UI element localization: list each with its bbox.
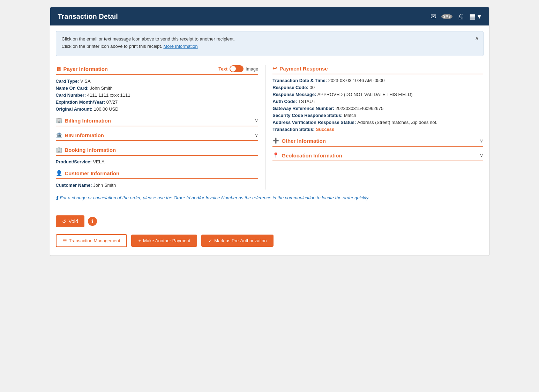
payment-response-fields: Transaction Date & Time: 2023-03-03 10:4… (272, 78, 483, 132)
geolocation-toggle[interactable]: ∨ (480, 153, 483, 158)
info-line2: Click on the printer icon above to print… (62, 44, 478, 49)
content-area: 🖥 Payer Information Text Image Card Type… (50, 62, 489, 208)
payer-icon: 🖥 (56, 66, 61, 72)
field-customer-name: Customer Name: John Smith (56, 183, 259, 188)
transaction-management-button[interactable]: ☰ Transaction Management (56, 234, 127, 247)
email-icon[interactable]: ✉ (431, 12, 436, 21)
bin-toggle[interactable]: ∨ (255, 132, 258, 138)
transaction-mgmt-icon: ☰ (63, 238, 67, 243)
field-transaction-datetime: Transaction Date & Time: 2023-03-03 10:4… (272, 78, 483, 83)
actions-area: ↺ Void ℹ ☰ Transaction Management + Make… (50, 215, 489, 247)
make-another-payment-button[interactable]: + Make Another Payment (131, 235, 197, 247)
field-original-amount: Original Amount: 100.00 USD (56, 106, 259, 112)
payment-response-section-header: ↩ Payment Response (272, 65, 483, 74)
field-avs-status: Address Verification Response Status: Ad… (272, 120, 483, 125)
field-gateway-reference: Gateway Reference Number: 20230303154609… (272, 106, 483, 111)
field-name-on-card: Name On Card: John Smith (56, 86, 259, 91)
field-response-code: Response Code: 00 (272, 85, 483, 90)
bin-icon: 🏦 (56, 132, 62, 138)
info-bar: Click on the email or text message icon … (56, 31, 484, 56)
page-header: Transaction Detail ✉ SMS 🖨 ▦ ▾ (50, 7, 489, 25)
field-product-service: Product/Service: VELA (56, 159, 259, 164)
info-note: ℹ For a change or cancelation of the ord… (56, 195, 484, 201)
geolocation-section-header: 📍 Geolocation Information ∨ (272, 152, 483, 161)
main-container: Transaction Detail ✉ SMS 🖨 ▦ ▾ Click on … (50, 7, 489, 256)
payer-fields: Card Type: VISA Name On Card: John Smith… (56, 79, 259, 112)
booking-section-title: 🏢 Booking Information (56, 147, 116, 153)
billing-section-header: 🏢 Billing Information ∨ (56, 117, 259, 126)
grid-icon[interactable]: ▦ ▾ (469, 12, 481, 21)
bottom-buttons-row: ☰ Transaction Management + Make Another … (56, 234, 484, 247)
info-line1: Click on the email or text message icon … (62, 36, 478, 42)
payment-response-section-title: ↩ Payment Response (272, 65, 328, 72)
booking-section-header: 🏢 Booking Information (56, 147, 259, 156)
mark-pre-auth-icon: ✓ (208, 238, 212, 243)
printer-icon[interactable]: 🖨 (457, 13, 464, 21)
void-button[interactable]: ↺ Void (56, 215, 84, 227)
other-info-toggle[interactable]: ∨ (480, 138, 483, 143)
customer-section-header: 👤 Customer Information (56, 170, 259, 179)
customer-section-title: 👤 Customer Information (56, 170, 120, 176)
more-info-link[interactable]: More Information (163, 44, 197, 49)
geolocation-section-title: 📍 Geolocation Information (272, 152, 342, 158)
right-column: ↩ Payment Response Transaction Date & Ti… (265, 65, 483, 190)
void-row: ↺ Void ℹ (56, 215, 484, 227)
make-payment-icon: + (138, 238, 141, 243)
billing-icon: 🏢 (56, 117, 62, 124)
bin-section-header: 🏦 BIN Information ∨ (56, 132, 259, 141)
other-info-section-title: ➕ Other Information (272, 138, 326, 144)
field-response-message: Response Message: APPROVED (DO NOT VALID… (272, 92, 483, 97)
toggle-switch-area: Text Image (218, 65, 258, 72)
page-title: Transaction Detail (58, 13, 118, 21)
customer-icon: 👤 (56, 170, 62, 176)
payer-section-title: 🖥 Payer Information (56, 66, 108, 72)
booking-icon: 🏢 (56, 147, 62, 153)
field-auth-code: Auth Code: TSTAUT (272, 99, 483, 104)
billing-toggle[interactable]: ∨ (255, 118, 258, 123)
payer-section-header: 🖥 Payer Information Text Image (56, 65, 259, 75)
void-icon: ↺ (62, 219, 66, 224)
billing-section-title: 🏢 Billing Information (56, 117, 111, 124)
bin-section-title: 🏦 BIN Information (56, 132, 104, 138)
left-column: 🖥 Payer Information Text Image Card Type… (56, 65, 265, 190)
field-card-type: Card Type: VISA (56, 79, 259, 84)
toggle-image-label: Image (246, 66, 258, 72)
payment-response-icon: ↩ (272, 65, 277, 72)
field-transaction-status: Transaction Status: Success (272, 127, 483, 132)
collapse-info-button[interactable]: ∧ (475, 35, 479, 42)
toggle-knob (230, 66, 236, 72)
info-note-icon: ℹ (56, 195, 58, 201)
header-icons: ✉ SMS 🖨 ▦ ▾ (431, 12, 481, 21)
mark-pre-auth-button[interactable]: ✓ Mark as Pre-Authorization (201, 235, 274, 247)
sms-icon[interactable]: SMS (441, 14, 452, 19)
void-info-button[interactable]: ℹ (88, 217, 97, 226)
toggle-text-label: Text (218, 66, 227, 72)
other-info-section-header: ➕ Other Information ∨ (272, 138, 483, 147)
field-security-code-status: Security Code Response Status: Match (272, 113, 483, 118)
other-info-icon: ➕ (272, 138, 279, 144)
field-card-number: Card Number: 4111 1111 xxxx 1111 (56, 93, 259, 98)
two-column-layout: 🖥 Payer Information Text Image Card Type… (56, 65, 484, 190)
geolocation-icon: 📍 (272, 152, 279, 158)
toggle-switch[interactable] (230, 65, 244, 72)
field-expiration: Expiration Month/Year: 07/27 (56, 99, 259, 105)
